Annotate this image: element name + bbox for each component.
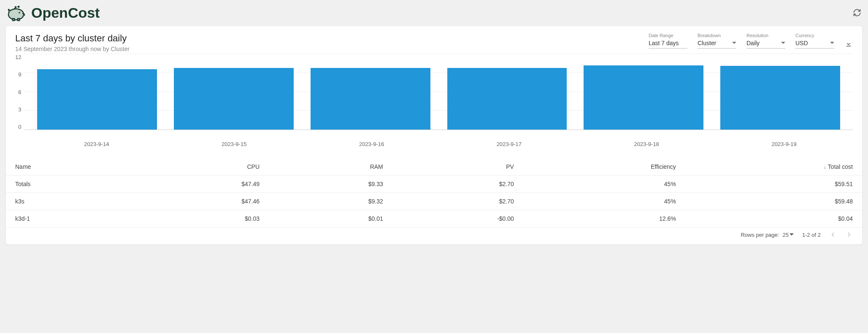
main-card: Last 7 days by cluster daily 14 Septembe…: [6, 26, 862, 244]
chart-bar[interactable]: [37, 69, 157, 130]
x-tick: 2023-9-14: [28, 138, 165, 147]
next-page-button[interactable]: [845, 231, 853, 238]
breakdown-label: Breakdown: [698, 33, 736, 38]
cost-bar-chart: 129630 2023-9-142023-9-152023-9-162023-9…: [6, 54, 862, 152]
column-header[interactable]: ↓Total cost: [685, 158, 862, 176]
download-icon[interactable]: [844, 40, 853, 49]
chevron-down-icon: [732, 41, 736, 45]
y-tick: 12: [15, 54, 21, 60]
resolution-select[interactable]: Resolution Daily: [746, 33, 785, 49]
x-tick: 2023-9-16: [303, 138, 441, 147]
piggy-bank-icon: [7, 4, 27, 21]
chevron-down-icon: [790, 233, 794, 236]
y-tick: 6: [18, 89, 21, 95]
brand-logo: OpenCost: [7, 4, 100, 21]
brand-name: OpenCost: [31, 5, 100, 21]
column-header[interactable]: Efficiency: [523, 158, 685, 176]
x-tick: 2023-9-18: [578, 138, 715, 147]
prev-page-button[interactable]: [829, 231, 837, 238]
y-tick: 0: [18, 124, 21, 130]
svg-point-4: [18, 6, 20, 8]
date-range-label: Date Range: [649, 33, 687, 38]
date-range-select[interactable]: Date Range Last 7 days: [649, 33, 687, 49]
x-tick: 2023-9-19: [715, 138, 853, 147]
y-tick: 9: [18, 71, 21, 78]
page-title: Last 7 days by cluster daily: [15, 33, 130, 44]
svg-rect-3: [18, 19, 19, 21]
x-tick: 2023-9-17: [440, 138, 578, 147]
svg-point-1: [19, 12, 20, 14]
page-subtitle: 14 September 2023 through now by Cluster: [15, 46, 130, 52]
column-header[interactable]: PV: [392, 158, 523, 176]
chevron-down-icon: [781, 41, 785, 45]
currency-label: Currency: [795, 33, 834, 38]
svg-rect-2: [13, 19, 14, 21]
chart-bar[interactable]: [311, 68, 430, 130]
column-header[interactable]: RAM: [269, 158, 392, 176]
table-pager: Rows per page: 25 1-2 of 2: [6, 227, 862, 242]
resolution-label: Resolution: [746, 33, 785, 38]
y-tick: 3: [18, 106, 21, 113]
cost-table: NameCPURAMPVEfficiency↓Total cost Totals…: [6, 158, 862, 227]
refresh-icon[interactable]: [853, 8, 861, 17]
table-row[interactable]: Totals$47.49$9.33$2.7045%$59.51: [6, 176, 862, 193]
x-tick: 2023-9-15: [165, 138, 303, 147]
rows-per-page-select[interactable]: 25: [782, 232, 793, 238]
table-row[interactable]: k3s$47.46$9.32$2.7045%$59.48: [6, 193, 862, 210]
page-range: 1-2 of 2: [802, 232, 821, 238]
rows-per-page-label: Rows per page:: [741, 232, 779, 238]
sort-desc-icon: ↓: [824, 164, 826, 170]
chevron-down-icon: [830, 41, 834, 45]
table-row[interactable]: k3d-1$0.03$0.01-$0.0012.6%$0.04: [6, 210, 862, 227]
chart-bar[interactable]: [720, 66, 840, 130]
column-header[interactable]: Name: [6, 158, 133, 176]
chart-bar[interactable]: [174, 68, 294, 130]
currency-select[interactable]: Currency USD: [795, 33, 834, 49]
column-header[interactable]: CPU: [133, 158, 269, 176]
chart-bar[interactable]: [584, 65, 703, 130]
chart-bar[interactable]: [447, 68, 567, 130]
breakdown-select[interactable]: Breakdown Cluster: [698, 33, 736, 49]
